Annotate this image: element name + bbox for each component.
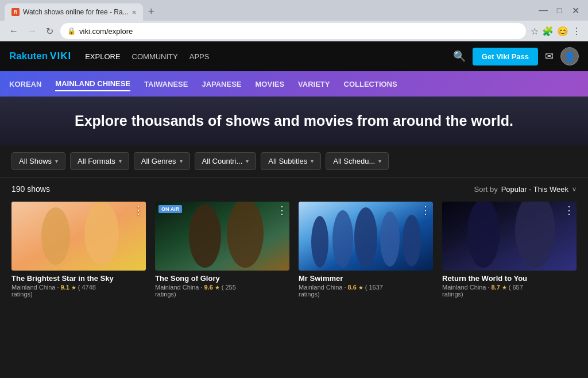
dot-separator: · <box>57 284 59 291</box>
on-air-badge: ON AIR <box>158 205 182 213</box>
browser-tab-bar: R Watch shows online for free - Ra... × … <box>0 0 588 21</box>
filter-shows[interactable]: All Shows ▾ <box>11 152 65 170</box>
filter-schedule[interactable]: All Schedu... ▾ <box>326 152 389 170</box>
show-votes-num: 1637 <box>369 284 382 291</box>
show-more-button[interactable]: ⋮ <box>564 204 574 217</box>
hero-title: Explore thousands of shows and movies fr… <box>11 113 577 129</box>
back-button[interactable]: ← <box>7 24 21 38</box>
show-votes-num: 657 <box>512 284 523 291</box>
show-info: The Song of Glory Mainland China · 9.6 ★… <box>155 271 289 298</box>
filter-subtitles-chevron: ▾ <box>311 158 314 164</box>
url-text: viki.com/explore <box>79 27 133 36</box>
browser-addressbar: ← → ↻ 🔒 viki.com/explore ☆ 🧩 😊 ⋮ <box>0 21 588 41</box>
lock-icon: 🔒 <box>67 27 76 35</box>
window-maximize-button[interactable]: □ <box>554 5 565 16</box>
show-origin: Mainland China <box>299 284 342 291</box>
show-thumbnail: ⋮ <box>11 202 146 271</box>
star-icon: ★ <box>215 284 220 291</box>
nav-community[interactable]: COMMUNITY <box>132 52 178 61</box>
show-votes-label: ratings) <box>155 291 289 298</box>
mail-button[interactable]: ✉ <box>545 50 554 63</box>
show-votes-label: ratings) <box>11 291 146 298</box>
show-origin: Mainland China <box>11 284 55 291</box>
filter-bar: All Shows ▾ All Formats ▾ All Genres ▾ A… <box>0 145 588 178</box>
show-more-button[interactable]: ⋮ <box>420 204 431 217</box>
show-more-button[interactable]: ⋮ <box>133 204 144 217</box>
new-tab-button[interactable]: + <box>143 3 159 20</box>
extensions-button[interactable]: 🧩 <box>542 26 554 37</box>
viki-pass-button[interactable]: Get Viki Pass <box>473 48 538 65</box>
sort-chevron-icon: ∨ <box>572 186 577 193</box>
svg-point-13 <box>467 202 500 268</box>
browser-extra-actions: ☆ 🧩 😊 ⋮ <box>531 26 581 37</box>
refresh-button[interactable]: ↻ <box>44 24 56 39</box>
logo-rakuten: Rakuten <box>9 51 48 62</box>
dot-separator: · <box>200 284 202 291</box>
show-rating: 8.6 <box>348 284 357 291</box>
sort-label: Sort by <box>474 185 498 194</box>
show-rating: 9.6 <box>204 284 213 291</box>
show-more-button[interactable]: ⋮ <box>277 204 287 217</box>
filter-formats-label: All Formats <box>78 157 115 165</box>
shows-count: 190 shows <box>11 184 50 194</box>
top-nav: Rakuten VIKI EXPLORE COMMUNITY APPS 🔍 Ge… <box>0 41 588 71</box>
svg-point-2 <box>84 202 119 265</box>
filter-subtitles-label: All Subtitles <box>268 157 307 165</box>
url-bar[interactable]: 🔒 viki.com/explore <box>60 23 526 39</box>
show-card[interactable]: ⋮ The Brightest Star in the Sky Mainland… <box>11 202 146 298</box>
filter-formats[interactable]: All Formats ▾ <box>70 152 129 170</box>
cat-korean[interactable]: KOREAN <box>9 78 41 91</box>
cat-collections[interactable]: COLLECTIONS <box>344 78 397 91</box>
show-rating: 8.7 <box>492 284 500 291</box>
show-card[interactable]: ⋮ Mr Swimmer Mainland China · 8.6 ★ (163… <box>299 202 433 298</box>
cat-japanese[interactable]: JAPANESE <box>202 78 241 91</box>
profile-button[interactable]: 😊 <box>557 26 568 37</box>
show-card[interactable]: ⋮ Return the World to You Mainland China… <box>442 202 577 298</box>
show-votes: ( <box>365 284 368 291</box>
nav-apps[interactable]: APPS <box>189 52 210 61</box>
sort-control[interactable]: Sort by Popular - This Week ∨ <box>474 185 577 194</box>
filter-genres-label: All Genres <box>141 157 176 165</box>
nav-explore[interactable]: EXPLORE <box>85 52 120 61</box>
active-tab[interactable]: R Watch shows online for free - Ra... × <box>5 3 143 21</box>
search-button[interactable]: 🔍 <box>453 50 466 63</box>
filter-shows-label: All Shows <box>19 157 52 165</box>
show-votes: ( <box>222 284 224 291</box>
window-minimize-button[interactable]: — <box>537 5 549 16</box>
show-votes: ( <box>78 284 80 291</box>
show-rating: 9.1 <box>61 284 69 291</box>
cat-movies[interactable]: MOVIES <box>256 78 285 91</box>
filter-subtitles[interactable]: All Subtitles ▾ <box>261 152 321 170</box>
tab-close-icon[interactable]: × <box>132 8 137 17</box>
filter-schedule-label: All Schedu... <box>333 157 375 165</box>
window-close-button[interactable]: ✕ <box>570 5 581 16</box>
show-title: The Brightest Star in the Sky <box>11 274 114 283</box>
show-info: The Brightest Star in the Sky Mainland C… <box>11 271 146 298</box>
show-thumbnail: ⋮ <box>442 202 577 271</box>
svg-rect-0 <box>11 202 146 271</box>
show-grid: ⋮ The Brightest Star in the Sky Mainland… <box>11 202 577 298</box>
tab-title: Watch shows online for free - Ra... <box>23 8 129 16</box>
cat-variety[interactable]: VARIETY <box>298 78 330 91</box>
app: Rakuten VIKI EXPLORE COMMUNITY APPS 🔍 Ge… <box>0 41 588 378</box>
browser-chrome: R Watch shows online for free - Ra... × … <box>0 0 588 41</box>
show-title: Mr Swimmer <box>299 274 343 283</box>
avatar-button[interactable]: 👤 <box>560 47 579 65</box>
nav-right: 🔍 Get Viki Pass ✉ 👤 <box>453 47 579 65</box>
bookmark-button[interactable]: ☆ <box>531 26 539 37</box>
forward-button[interactable]: → <box>25 24 39 38</box>
dot-separator: · <box>488 284 489 291</box>
filter-genres[interactable]: All Genres ▾ <box>134 152 190 170</box>
cat-mainland-chinese[interactable]: MAINLAND CHINESE <box>55 77 130 91</box>
show-thumbnail: ⋮ <box>299 202 433 271</box>
menu-button[interactable]: ⋮ <box>572 26 581 37</box>
cat-taiwanese[interactable]: TAIWANESE <box>144 78 188 91</box>
filter-schedule-chevron: ▾ <box>378 158 381 164</box>
content-area: 190 shows Sort by Popular - This Week ∨ <box>0 178 588 304</box>
svg-point-4 <box>189 205 221 268</box>
dot-separator: · <box>344 284 346 291</box>
show-votes-label: ratings) <box>299 291 433 298</box>
show-title: Return the World to You <box>442 274 527 283</box>
show-card[interactable]: ON AIR ⋮ The Song of Glory Mainland Chin… <box>155 202 289 298</box>
filter-countries[interactable]: All Countri... ▾ <box>195 152 257 170</box>
